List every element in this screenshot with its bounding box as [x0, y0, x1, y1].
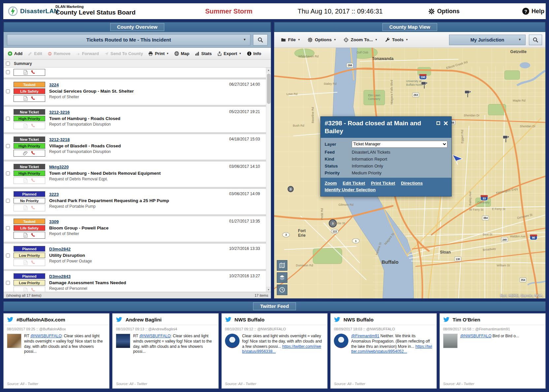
map-search-button[interactable] [529, 35, 542, 45]
popup-header[interactable]: #3298 - Road closed at Main and Bailey × [321, 117, 451, 138]
send-to-county-button[interactable]: Send To County [102, 51, 146, 56]
ticket-id-link[interactable]: Mktg3220 [49, 165, 69, 169]
tweet-card: #BuffaloInABox.com 08/10/2017 09:25 :: @… [3, 313, 110, 389]
list-scrollbar[interactable]: ▲ ▼ [266, 68, 271, 292]
tweet-handle-link[interactable]: @NWSBUFFALO [460, 334, 492, 338]
ticket-checkbox[interactable] [6, 70, 10, 74]
help-label: Help [532, 8, 544, 15]
ticket-id-link[interactable]: 3224 [49, 82, 59, 87]
basemap-button[interactable] [277, 260, 287, 271]
ticket-id-link[interactable]: 3223 [49, 192, 59, 197]
layer-select[interactable]: Ticket Manager [352, 141, 447, 148]
history-button[interactable] [277, 285, 287, 295]
ticket-checkbox[interactable] [6, 254, 10, 257]
ticket-row[interactable]: New Ticket High Priority Mktg3220 Town o… [4, 162, 266, 187]
map-canvas[interactable]: 190903326632438426335413024038431221 33 … [274, 48, 545, 298]
ticket-id-link[interactable]: 3212-3218 [49, 137, 70, 142]
select-all-checkbox[interactable] [6, 62, 10, 66]
scroll-up-arrow[interactable]: ▲ [266, 68, 271, 73]
ticket-row[interactable]: New Ticket High Priority 3212-3218 Villa… [4, 134, 266, 160]
svg-text:Sheridan Dr: Sheridan Dr [520, 125, 535, 128]
svg-text:Buffalo-North: Buffalo-North [406, 83, 423, 86]
file-menu[interactable]: File▼ [277, 37, 304, 43]
tweet-body: @Firemantim91 Neither. We think its Anom… [331, 332, 436, 354]
map-options-menu[interactable]: Options▼ [304, 37, 339, 43]
popup-close-icon[interactable]: × [443, 120, 448, 126]
avatar [334, 334, 348, 348]
route-shield: 240 [501, 237, 508, 242]
info-button[interactable]: Info [244, 51, 264, 56]
tweet-handle-link[interactable]: @NWSBUFFALO [139, 334, 171, 338]
ticket-row[interactable]: Planned Low Priority D3mo2842 Utility Di… [4, 244, 266, 269]
priority-badge: No Priority [14, 198, 45, 203]
status-badge: New Ticket [14, 164, 45, 169]
popup-dock-icon[interactable] [436, 121, 440, 125]
ticket-row[interactable]: New Ticket High Priority 3212-3216 Town … [4, 107, 266, 132]
ticket-checkbox[interactable] [6, 144, 10, 148]
map-button[interactable]: Map [172, 51, 192, 56]
ticket-id-link[interactable]: 3309 [49, 219, 59, 224]
svg-text:266: 266 [348, 64, 352, 67]
popup-directions-link[interactable]: Directions [401, 181, 423, 186]
print-button[interactable]: Print▼ [145, 51, 172, 56]
app-titles: DLAN Marketing County Level Status Board [55, 5, 136, 16]
ticket-filter-dropdown[interactable]: Tickets Routed to Me - This Incident ▼ [7, 34, 250, 45]
edit-button[interactable]: Edit [25, 51, 45, 56]
ticket-row[interactable]: Tasked Life Safety 3224 Social Services … [4, 79, 266, 105]
ticket-badges: New Ticket High Priority [14, 109, 45, 129]
svg-text:Sheridan Dr: Sheridan Dr [464, 114, 480, 117]
forward-button[interactable]: Forward [73, 51, 101, 56]
add-button[interactable]: Add [5, 51, 25, 56]
ticket-search-button[interactable] [253, 34, 268, 45]
remove-button[interactable]: Remove [45, 51, 73, 56]
help-button[interactable]: ? Help [522, 8, 544, 15]
zoom-to-menu[interactable]: Zoom To...▼ [340, 37, 381, 43]
ticket-row[interactable]: Planned Low Priority D3mo2843 Damage Ass… [4, 271, 266, 292]
ticket-checkbox[interactable] [6, 199, 10, 203]
ticket-row-partial[interactable] [4, 68, 266, 77]
item-count-summary: (showing all 17 items) [6, 293, 41, 297]
wrench-icon [385, 37, 390, 43]
ticket-row[interactable]: Tasked Life Safety 3309 Bloom Group - Po… [4, 216, 266, 242]
pencil-icon [28, 51, 32, 56]
popup-edit-ticket-link[interactable]: Edit Ticket [343, 181, 365, 186]
export-button[interactable]: Export▼ [214, 51, 244, 56]
ticket-checkbox[interactable] [6, 117, 10, 121]
ticket-checkbox[interactable] [6, 171, 10, 175]
phone-icon [31, 70, 36, 75]
ticket-id-link[interactable]: D3mo2842 [49, 247, 71, 252]
popup-print-ticket-link[interactable]: Print Ticket [371, 181, 395, 186]
ticket-id-link[interactable]: D3mo2843 [49, 274, 71, 279]
svg-text:Getzville: Getzville [510, 49, 527, 54]
route-shield: 122 [331, 229, 339, 234]
options-label: Options [437, 8, 460, 15]
options-button[interactable]: Options [428, 8, 460, 15]
ticket-id-link[interactable]: 3212-3216 [49, 110, 70, 115]
chevron-down-icon: ▼ [239, 52, 242, 55]
remove-label: Remove [54, 51, 71, 56]
tools-menu[interactable]: Tools▼ [381, 37, 411, 43]
ticket-checkbox[interactable] [6, 226, 10, 230]
popup-field-feed: Feed DisasterLAN Tickets [321, 149, 451, 156]
scrollbar-thumb[interactable] [267, 74, 271, 104]
ticket-row[interactable]: Planned No Priority 3223 Orchard Park Fi… [4, 189, 266, 214]
incident-name[interactable]: Summer Storm [205, 8, 252, 15]
ticket-checkbox[interactable] [6, 89, 10, 93]
popup-zoom-link[interactable]: Zoom [325, 181, 337, 186]
scroll-down-arrow[interactable]: ▼ [266, 287, 271, 292]
layers-button[interactable] [277, 272, 287, 283]
tweet-handle-link[interactable]: @Firemantim91 [351, 334, 379, 338]
status-badge: Tasked [14, 82, 45, 87]
popup-identify-link[interactable]: Identify Under Selection [325, 187, 376, 192]
ticket-checkbox[interactable] [6, 281, 10, 285]
ticket-date: 01/27/2017 13:35 [229, 219, 260, 224]
basemap-icon [279, 262, 285, 268]
tweet-text: RT @NWSBUFFALO: Clear skies and light wi… [133, 334, 215, 354]
stats-button[interactable]: Stats [192, 51, 214, 56]
ticket-attachments [14, 69, 45, 76]
jurisdiction-dropdown[interactable]: My Jurisdiction ▼ [449, 35, 526, 45]
section-title: Twitter Feed [253, 302, 296, 310]
ticket-badges: Planned Low Priority [14, 273, 45, 292]
tweet-handle-link[interactable]: @NWSBUFFALO [30, 334, 62, 338]
popup-field-layer: Layer Ticket Manager [321, 140, 451, 149]
